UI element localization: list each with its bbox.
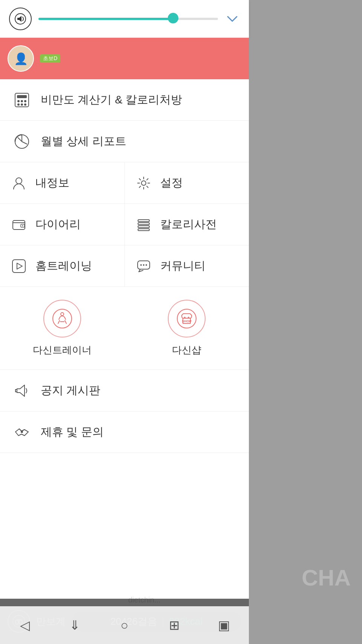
nav-down-button[interactable]: ⇓ [61, 612, 88, 638]
nav-apps-button[interactable]: ▣ [211, 612, 237, 638]
home-training-label: 홈트레이닝 [35, 258, 92, 274]
menu-item-community[interactable]: 커뮤니티 [125, 245, 249, 287]
svg-point-26 [61, 313, 64, 316]
dashin-shop-label: 다신샵 [172, 344, 201, 357]
play-icon [9, 256, 29, 276]
svg-rect-3 [17, 95, 27, 98]
svg-point-12 [141, 181, 146, 185]
svg-point-15 [22, 225, 23, 226]
svg-point-25 [53, 309, 72, 328]
volume-slider[interactable] [38, 17, 218, 21]
menu-overlay: 👤 초보D 비만도 계산기 & 칼로리처방 [0, 0, 249, 644]
menu-icon-row: 다신트레이너 SHOP 다신샵 [0, 287, 249, 370]
menu-header: 👤 초보D [0, 38, 249, 79]
calorie-dict-label: 칼로리사전 [160, 217, 217, 232]
menu-item-notice[interactable]: 공지 게시판 [0, 370, 249, 411]
svg-text:SHOP: SHOP [182, 319, 192, 323]
svg-point-11 [16, 178, 22, 184]
svg-rect-18 [138, 226, 149, 228]
menu-item-obesity-calc[interactable]: 비만도 계산기 & 칼로리처방 [0, 79, 249, 121]
svg-rect-16 [138, 220, 149, 222]
volume-thumb[interactable] [168, 13, 178, 23]
partnership-label: 제휴 및 문의 [41, 424, 104, 440]
menu-row-training-community: 홈트레이닝 커뮤니티 [0, 245, 249, 287]
volume-bar [0, 0, 249, 38]
chart-icon [12, 132, 32, 151]
nav-menu-button[interactable]: ⊞ [161, 612, 187, 638]
books-icon [134, 215, 153, 234]
svg-point-24 [146, 264, 147, 266]
person-icon [9, 173, 29, 193]
trainer-icon [43, 300, 81, 337]
bg-right-panel: ⚙ > 었어도 ‼ 체험단 모집 청하기 GO › 🛒 다신샵 [249, 0, 362, 644]
user-avatar: 👤 [8, 45, 34, 72]
menu-item-dashin-trainer[interactable]: 다신트레이너 [0, 287, 124, 370]
menu-item-settings[interactable]: 설정 [125, 162, 249, 203]
svg-point-23 [143, 264, 144, 266]
menu-item-calorie-dict[interactable]: 칼로리사전 [125, 204, 249, 245]
svg-rect-20 [12, 260, 25, 273]
menu-items-container: 비만도 계산기 & 칼로리처방 월별 상세 리포트 [0, 79, 249, 599]
nav-home-button[interactable]: ○ [111, 612, 138, 638]
menu-item-diary[interactable]: 다이어리 [0, 204, 125, 245]
cha-text: CHA [290, 549, 362, 606]
nav-back-button[interactable]: ◁ [12, 612, 38, 638]
svg-point-5 [21, 100, 23, 102]
menu-item-dashin-shop[interactable]: SHOP 다신샵 [124, 287, 249, 370]
volume-fill [38, 18, 178, 20]
volume-track [38, 18, 218, 20]
beginner-badge: 초보D [40, 54, 60, 63]
calculator-icon [12, 90, 32, 110]
svg-point-30 [21, 431, 23, 433]
svg-point-4 [17, 100, 20, 102]
svg-rect-13 [13, 220, 25, 230]
gear-icon [134, 173, 153, 193]
volume-chevron-icon[interactable] [225, 11, 240, 26]
menu-row-diary-calorie: 다이어리 칼로리사전 [0, 204, 249, 245]
diary-label: 다이어리 [35, 217, 81, 232]
svg-point-7 [17, 103, 20, 106]
settings-label: 설정 [160, 175, 183, 191]
notice-label: 공지 게시판 [41, 383, 100, 398]
watermark: dietchin... [128, 596, 161, 604]
svg-point-6 [24, 100, 26, 102]
wallet-icon [9, 215, 29, 234]
obesity-calc-label: 비만도 계산기 & 칼로리처방 [41, 92, 182, 108]
menu-item-monthly-report[interactable]: 월별 상세 리포트 [0, 121, 249, 162]
menu-item-partnership[interactable]: 제휴 및 문의 [0, 411, 249, 453]
dashin-trainer-label: 다신트레이너 [33, 344, 92, 357]
megaphone-icon [12, 381, 32, 401]
menu-row-info-settings: 내정보 설정 [0, 162, 249, 204]
svg-point-22 [140, 264, 142, 266]
handshake-icon [12, 422, 32, 442]
my-info-label: 내정보 [35, 175, 69, 191]
svg-point-8 [21, 103, 23, 106]
monthly-report-label: 월별 상세 리포트 [41, 134, 126, 149]
menu-item-home-training[interactable]: 홈트레이닝 [0, 245, 125, 287]
menu-item-my-info[interactable]: 내정보 [0, 162, 125, 203]
svg-rect-17 [138, 223, 149, 225]
community-label: 커뮤니티 [160, 258, 206, 274]
svg-rect-19 [138, 229, 149, 231]
shop-icon: SHOP [168, 300, 206, 337]
svg-point-9 [24, 103, 26, 106]
chat-icon [134, 256, 153, 276]
navigation-bar: ◁ ⇓ ○ ⊞ ▣ [0, 606, 249, 644]
svg-rect-1 [17, 18, 19, 20]
volume-icon [9, 8, 32, 30]
